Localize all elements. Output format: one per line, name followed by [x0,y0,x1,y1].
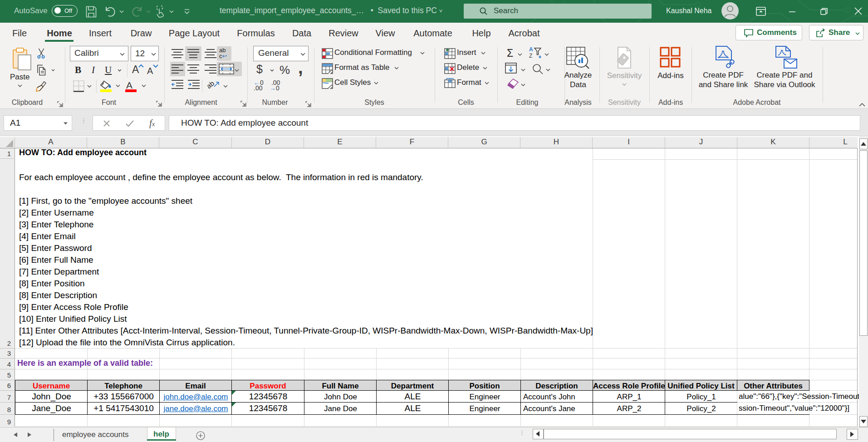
svg-text:Z: Z [529,53,532,59]
svg-text:A: A [529,47,533,53]
